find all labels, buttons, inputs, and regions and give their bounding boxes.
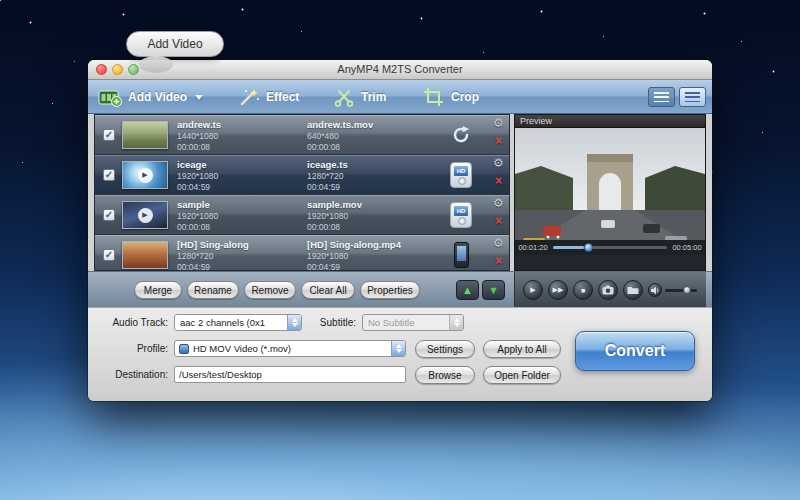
destination-label: Destination: bbox=[88, 369, 168, 380]
camera-icon bbox=[602, 285, 614, 295]
output-duration: 00:00:08 bbox=[307, 222, 435, 233]
device-profile-icon bbox=[447, 241, 475, 269]
video-thumbnail: ▶ bbox=[122, 201, 168, 229]
minimize-traffic-light[interactable] bbox=[112, 64, 123, 75]
open-folder-button[interactable]: Open Folder bbox=[483, 366, 561, 384]
fast-forward-button[interactable]: ▶▶ bbox=[548, 280, 568, 300]
properties-button[interactable]: Properties bbox=[360, 281, 420, 299]
video-thumbnail bbox=[122, 241, 168, 269]
detail-view-toggle[interactable] bbox=[679, 87, 706, 107]
file-row-andrew[interactable]: ✓ andrew.ts 1440*1080 00:00:08 andrew.ts… bbox=[95, 115, 509, 155]
output-resolution: 1920*1080 bbox=[307, 251, 435, 262]
window-titlebar[interactable]: AnyMP4 M2TS Converter bbox=[88, 60, 712, 80]
output-resolution: 1280*720 bbox=[307, 171, 435, 182]
audio-track-label: Audio Track: bbox=[88, 317, 168, 328]
remove-button[interactable]: Remove bbox=[244, 281, 296, 299]
browse-button[interactable]: Browse bbox=[415, 366, 475, 384]
subtitle-label: Subtitle: bbox=[300, 317, 356, 328]
zoom-traffic-light[interactable] bbox=[128, 64, 139, 75]
audio-track-select[interactable]: aac 2 channels (0x1 bbox=[174, 314, 302, 331]
subtitle-select[interactable]: No Subtitle bbox=[362, 314, 464, 331]
move-down-button[interactable]: ▼ bbox=[482, 280, 505, 300]
tooltip-label: Add Video bbox=[147, 37, 202, 51]
output-name: sample.mov bbox=[307, 199, 435, 211]
clear-all-button[interactable]: Clear All bbox=[301, 281, 355, 299]
file-row-iceage[interactable]: ✓ ▶ iceage 1920*1080 00:04:59 iceage.ts … bbox=[95, 155, 509, 195]
output-duration: 00:00:08 bbox=[307, 142, 435, 153]
output-duration: 00:04:59 bbox=[307, 182, 435, 193]
volume-slider[interactable] bbox=[665, 289, 697, 292]
stepper-arrows-icon bbox=[391, 341, 405, 356]
settings-gear-icon[interactable]: ⚙ bbox=[493, 116, 504, 130]
mute-button[interactable] bbox=[648, 283, 662, 297]
checkbox[interactable]: ✓ bbox=[103, 209, 115, 221]
open-output-button[interactable] bbox=[623, 280, 643, 300]
file-list[interactable]: ✓ andrew.ts 1440*1080 00:00:08 andrew.ts… bbox=[94, 114, 510, 271]
film-add-icon bbox=[98, 87, 122, 107]
file-resolution: 1440*1080 bbox=[177, 131, 303, 142]
convert-button[interactable]: Convert bbox=[575, 331, 695, 371]
play-overlay-icon: ▶ bbox=[123, 162, 167, 188]
effect-button[interactable]: Effect bbox=[238, 83, 299, 111]
file-row-singalong[interactable]: ✓ [HD] Sing-along 1280*720 00:04:59 [HD]… bbox=[95, 235, 509, 271]
list-view-toggle[interactable] bbox=[648, 87, 675, 107]
preview-title: Preview bbox=[515, 115, 705, 128]
volume-knob[interactable] bbox=[683, 286, 691, 294]
profile-select[interactable]: HD MOV Video (*.mov) bbox=[174, 340, 406, 357]
add-video-button[interactable]: Add Video bbox=[98, 83, 203, 111]
magic-wand-icon bbox=[238, 87, 260, 107]
control-bar: Merge Rename Remove Clear All Properties… bbox=[88, 271, 712, 307]
settings-gear-icon[interactable]: ⚙ bbox=[493, 196, 504, 210]
output-name: [HD] Sing-along.mp4 bbox=[307, 239, 435, 251]
settings-panel: Audio Track: aac 2 channels (0x1 Subtitl… bbox=[88, 307, 712, 401]
rename-button[interactable]: Rename bbox=[187, 281, 239, 299]
destination-input[interactable] bbox=[174, 366, 406, 383]
list-view-icon bbox=[654, 92, 669, 103]
video-thumbnail bbox=[122, 121, 168, 149]
detail-view-icon bbox=[685, 92, 700, 103]
settings-gear-icon[interactable]: ⚙ bbox=[493, 156, 504, 170]
settings-button[interactable]: Settings bbox=[415, 340, 475, 358]
remove-file-icon[interactable]: × bbox=[495, 214, 502, 228]
crop-button[interactable]: Crop bbox=[423, 83, 479, 111]
file-row-sample[interactable]: ✓ ▶ sample 1920*1080 00:00:08 sample.mov… bbox=[95, 195, 509, 235]
stop-button[interactable]: ■ bbox=[573, 280, 593, 300]
settings-gear-icon[interactable]: ⚙ bbox=[493, 236, 504, 250]
file-resolution: 1280*720 bbox=[177, 251, 303, 262]
remove-file-icon[interactable]: × bbox=[495, 134, 502, 148]
playback-bar: ▶ ▶▶ ■ bbox=[514, 272, 706, 308]
move-up-button[interactable]: ▲ bbox=[456, 280, 479, 300]
merge-button[interactable]: Merge bbox=[134, 281, 182, 299]
seek-knob[interactable] bbox=[584, 243, 593, 252]
profile-format-icon bbox=[179, 344, 189, 354]
checkbox[interactable]: ✓ bbox=[103, 249, 115, 261]
list-action-buttons: Merge Rename Remove Clear All Properties bbox=[134, 281, 420, 299]
preview-panel: Preview bbox=[514, 114, 706, 271]
trim-button[interactable]: Trim bbox=[333, 83, 386, 111]
file-resolution: 1920*1080 bbox=[177, 211, 303, 222]
device-profile-icon: HD bbox=[447, 201, 475, 229]
stars-decoration bbox=[0, 0, 1, 1]
seek-slider[interactable] bbox=[553, 246, 667, 249]
remove-file-icon[interactable]: × bbox=[495, 174, 502, 188]
hd-badge: HD bbox=[454, 166, 468, 176]
play-overlay-icon: ▶ bbox=[123, 202, 167, 228]
scissors-icon bbox=[333, 87, 355, 107]
remove-file-icon[interactable]: × bbox=[495, 254, 502, 268]
play-button[interactable]: ▶ bbox=[523, 280, 543, 300]
checkbox[interactable]: ✓ bbox=[103, 169, 115, 181]
close-traffic-light[interactable] bbox=[96, 64, 107, 75]
checkbox[interactable]: ✓ bbox=[103, 129, 115, 141]
preview-timeline: 00:01:20 00:05:00 bbox=[515, 240, 705, 255]
window-title: AnyMP4 M2TS Converter bbox=[88, 60, 712, 79]
snapshot-button[interactable] bbox=[598, 280, 618, 300]
file-duration: 00:00:08 bbox=[177, 142, 303, 153]
chevron-down-icon bbox=[195, 95, 203, 100]
video-thumbnail: ▶ bbox=[122, 161, 168, 189]
preview-video[interactable]: 00:01:20 00:05:00 bbox=[515, 128, 705, 255]
crop-label: Crop bbox=[451, 90, 479, 104]
apply-to-all-button[interactable]: Apply to All bbox=[483, 340, 561, 358]
file-name: andrew.ts bbox=[177, 119, 303, 131]
trim-label: Trim bbox=[361, 90, 386, 104]
convert-status-icon bbox=[447, 121, 475, 149]
